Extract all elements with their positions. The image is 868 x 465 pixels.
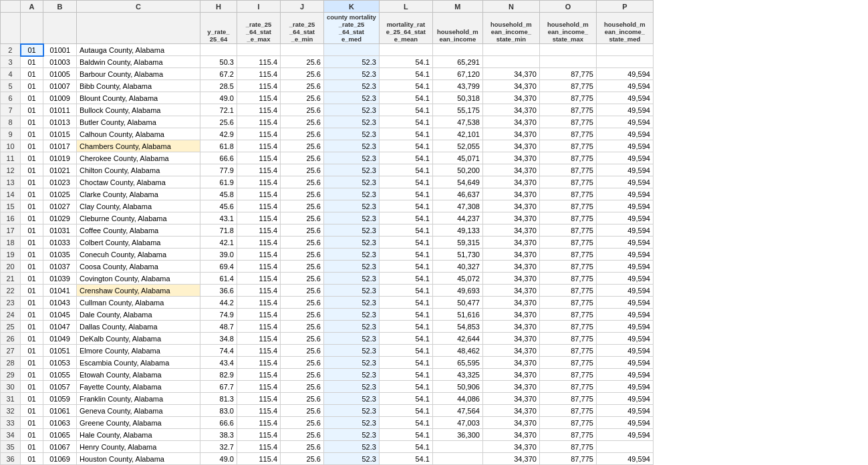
cell-yrate[interactable]: 45.6 (200, 200, 237, 212)
cell-rate-min[interactable]: 25.6 (281, 345, 324, 357)
cell-B[interactable]: 01041 (43, 285, 77, 297)
cell-rate-min[interactable]: 25.6 (281, 333, 324, 345)
cell-county-name[interactable]: Blount County, Alabama (77, 92, 200, 104)
cell-mortality-mean[interactable]: 54.1 (379, 261, 432, 273)
cell-county-name[interactable]: Greene County, Alabama (77, 417, 200, 429)
cell-mortality-mean[interactable]: 54.1 (379, 188, 432, 200)
cell-rate-min[interactable]: 25.6 (281, 237, 324, 249)
cell-B[interactable]: 01001 (43, 44, 77, 56)
cell-household-income[interactable]: 43,325 (432, 369, 482, 381)
cell-rate-med[interactable]: 52.3 (324, 309, 380, 321)
cell-yrate[interactable]: 36.6 (200, 285, 237, 297)
cell-hh-state-min[interactable]: 34,370 (482, 369, 539, 381)
cell-rate-min[interactable]: 25.6 (281, 273, 324, 285)
cell-hh-state-min[interactable]: 34,370 (482, 285, 539, 297)
cell-county-name[interactable]: Dale County, Alabama (77, 309, 200, 321)
cell-rate-med[interactable]: 52.3 (324, 249, 380, 261)
cell-hh-state-med[interactable]: 49,594 (596, 417, 653, 429)
cell-A[interactable]: 01 (21, 345, 43, 357)
cell-rate-max[interactable]: 115.4 (237, 188, 281, 200)
cell-rate-max[interactable]: 115.4 (237, 92, 281, 104)
cell-yrate[interactable] (200, 44, 237, 56)
cell-hh-state-min[interactable]: 34,370 (482, 224, 539, 237)
cell-B[interactable]: 01015 (43, 128, 77, 140)
cell-household-income[interactable]: 67,120 (432, 68, 482, 80)
cell-household-income[interactable]: 50,906 (432, 381, 482, 393)
cell-hh-state-med[interactable]: 49,594 (596, 453, 653, 465)
cell-county-name[interactable]: Autauga County, Alabama (77, 44, 200, 56)
cell-rate-med[interactable] (324, 44, 380, 56)
cell-rate-max[interactable]: 115.4 (237, 237, 281, 249)
cell-rate-med[interactable]: 52.3 (324, 285, 380, 297)
cell-hh-state-max[interactable]: 87,775 (539, 393, 596, 405)
cell-yrate[interactable]: 42.9 (200, 128, 237, 140)
cell-household-income[interactable] (432, 44, 482, 56)
cell-hh-state-min[interactable]: 34,370 (482, 441, 539, 453)
cell-rate-med[interactable]: 52.3 (324, 321, 380, 333)
cell-B[interactable]: 01049 (43, 333, 77, 345)
cell-rate-min[interactable]: 25.6 (281, 261, 324, 273)
cell-hh-state-min[interactable]: 34,370 (482, 104, 539, 116)
cell-mortality-mean[interactable]: 54.1 (379, 297, 432, 309)
cell-rate-med[interactable]: 52.3 (324, 68, 380, 80)
cell-hh-state-med[interactable]: 49,594 (596, 116, 653, 128)
cell-rate-med[interactable]: 52.3 (324, 104, 380, 116)
cell-county-name[interactable]: Etowah County, Alabama (77, 369, 200, 381)
cell-mortality-mean[interactable]: 54.1 (379, 417, 432, 429)
cell-mortality-mean[interactable] (379, 44, 432, 56)
cell-A[interactable]: 01 (21, 140, 43, 152)
cell-rate-max[interactable]: 115.4 (237, 369, 281, 381)
cell-rate-med[interactable]: 52.3 (324, 357, 380, 369)
cell-yrate[interactable]: 38.3 (200, 429, 237, 441)
cell-hh-state-min[interactable]: 34,370 (482, 357, 539, 369)
cell-mortality-mean[interactable]: 54.1 (379, 309, 432, 321)
cell-A[interactable]: 01 (21, 441, 43, 453)
cell-hh-state-max[interactable]: 87,775 (539, 237, 596, 249)
cell-yrate[interactable]: 81.3 (200, 393, 237, 405)
cell-household-income[interactable]: 47,538 (432, 116, 482, 128)
cell-B[interactable]: 01013 (43, 116, 77, 128)
cell-hh-state-max[interactable]: 87,775 (539, 333, 596, 345)
cell-county-name[interactable]: Calhoun County, Alabama (77, 128, 200, 140)
cell-B[interactable]: 01027 (43, 200, 77, 212)
cell-rate-min[interactable]: 25.6 (281, 429, 324, 441)
cell-B[interactable]: 01067 (43, 441, 77, 453)
cell-rate-med[interactable]: 52.3 (324, 152, 380, 164)
cell-B[interactable]: 01003 (43, 56, 77, 68)
cell-A[interactable]: 01 (21, 104, 43, 116)
cell-hh-state-min[interactable]: 34,370 (482, 188, 539, 200)
cell-rate-min[interactable]: 25.6 (281, 297, 324, 309)
cell-mortality-mean[interactable]: 54.1 (379, 393, 432, 405)
cell-hh-state-max[interactable]: 87,775 (539, 104, 596, 116)
cell-rate-min[interactable]: 25.6 (281, 405, 324, 417)
cell-rate-med[interactable]: 52.3 (324, 441, 380, 453)
cell-hh-state-min[interactable]: 34,370 (482, 333, 539, 345)
cell-hh-state-max[interactable]: 87,775 (539, 273, 596, 285)
cell-rate-max[interactable] (237, 44, 281, 56)
cell-household-income[interactable]: 44,237 (432, 212, 482, 224)
cell-county-name[interactable]: Baldwin County, Alabama (77, 56, 200, 68)
cell-mortality-mean[interactable]: 54.1 (379, 152, 432, 164)
cell-B[interactable]: 01021 (43, 164, 77, 176)
cell-hh-state-max[interactable]: 87,775 (539, 357, 596, 369)
cell-hh-state-med[interactable]: 49,594 (596, 297, 653, 309)
cell-rate-med[interactable]: 52.3 (324, 273, 380, 285)
cell-rate-min[interactable]: 25.6 (281, 188, 324, 200)
cell-hh-state-max[interactable]: 87,775 (539, 80, 596, 92)
cell-hh-state-max[interactable]: 87,775 (539, 68, 596, 80)
cell-hh-state-max[interactable]: 87,775 (539, 285, 596, 297)
cell-hh-state-max[interactable]: 87,775 (539, 164, 596, 176)
cell-A[interactable]: 01 (21, 273, 43, 285)
cell-hh-state-min[interactable]: 34,370 (482, 140, 539, 152)
cell-hh-state-min[interactable]: 34,370 (482, 164, 539, 176)
cell-hh-state-max[interactable]: 87,775 (539, 417, 596, 429)
cell-yrate[interactable]: 72.1 (200, 104, 237, 116)
cell-yrate[interactable]: 71.8 (200, 224, 237, 237)
cell-county-name[interactable]: Chambers County, Alabama (77, 140, 200, 152)
cell-hh-state-med[interactable]: 49,594 (596, 212, 653, 224)
cell-county-name[interactable]: Fayette County, Alabama (77, 381, 200, 393)
cell-county-name[interactable]: Bibb County, Alabama (77, 80, 200, 92)
cell-B[interactable]: 01065 (43, 429, 77, 441)
cell-hh-state-max[interactable]: 87,775 (539, 261, 596, 273)
cell-mortality-mean[interactable]: 54.1 (379, 116, 432, 128)
